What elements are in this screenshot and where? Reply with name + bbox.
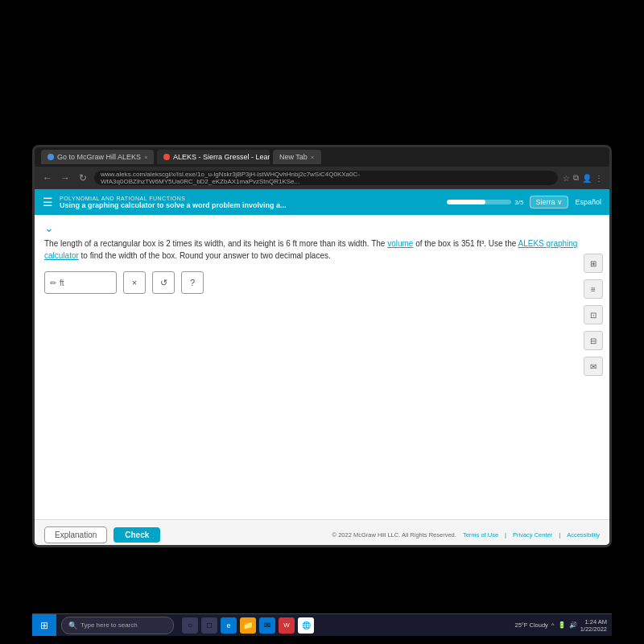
espanol-button[interactable]: Español <box>575 198 601 206</box>
tab-label-mcgraw: Go to McGraw Hill ALEKS <box>57 153 141 161</box>
bottom-area: Explanation Check © 2022 McGraw Hill LLC… <box>35 519 609 547</box>
taskbar-app-icons: ○ □ e 📁 ✉ W 🌐 <box>182 617 314 634</box>
aleks-header-right: 3/5 Sierra ∨ Español <box>447 196 601 208</box>
dropdown-arrow[interactable]: ⌄ <box>44 221 600 234</box>
mail-tool-icon[interactable]: ✉ <box>584 357 603 376</box>
tab-close-newtab[interactable]: × <box>311 154 315 161</box>
browser-toolbar: ← → ↻ www.aleks.com/alekscgi/x/Isl.exe/1… <box>35 167 609 189</box>
tab-newtab[interactable]: New Tab × <box>273 150 321 164</box>
hamburger-menu[interactable]: ☰ <box>43 196 53 208</box>
terms-link[interactable]: Terms of Use <box>463 531 498 539</box>
menu-icon[interactable]: ⋮ <box>595 174 603 183</box>
search-icon: 🔍 <box>68 621 77 630</box>
taskbar-icon-chrome[interactable]: 🌐 <box>298 617 314 634</box>
bottom-buttons: Explanation Check <box>44 526 160 543</box>
address-text: www.aleks.com/alekscgi/x/Isl.exe/1o_u-lg… <box>101 171 551 185</box>
right-tools: ⊞ ≡ ⊡ ⊟ ✉ <box>584 254 603 376</box>
extension-icon[interactable]: ⧉ <box>573 173 579 183</box>
tab-aleks[interactable]: ALEKS - Sierra Gressel - Learn × <box>157 150 270 164</box>
accessibility-link[interactable]: Accessibility <box>567 531 600 539</box>
progress-text: 3/5 <box>514 199 523 206</box>
taskbar: ⊞ 🔍 Type here to search ○ □ e 📁 ✉ W 🌐 25… <box>32 613 612 636</box>
taskbar-separator: ^ <box>551 621 555 629</box>
progress-bar <box>447 200 511 204</box>
input-pencil-icon: ✏ <box>50 279 56 287</box>
calculator-link[interactable]: ALEKS graphing calculator <box>44 239 577 260</box>
answer-area: ✏ ft × ↺ ? <box>44 271 600 294</box>
taskbar-icon-files[interactable]: 📁 <box>240 617 256 634</box>
start-button[interactable]: ⊞ <box>32 614 56 636</box>
answer-input-box[interactable]: ✏ ft <box>44 271 117 294</box>
toolbar-icons: ☆ ⧉ 👤 ⋮ <box>563 173 603 183</box>
battery-icon: 🔋 <box>558 621 566 629</box>
progress-container: 3/5 <box>447 199 523 206</box>
undo-button[interactable]: ↺ <box>152 271 175 294</box>
taskbar-time: 1:24 AM 1/22/2022 <box>580 618 607 633</box>
taskbar-icon-mail[interactable]: ✉ <box>259 617 275 634</box>
browser-chrome: Go to McGraw Hill ALEKS × ALEKS - Sierra… <box>35 147 609 189</box>
aleks-content: ☰ POLYNOMIAL AND RATIONAL FUNCTIONS Usin… <box>35 189 609 547</box>
input-unit: ft <box>60 279 64 287</box>
time-display: 1:24 AM <box>580 618 607 625</box>
tab-icon-aleks <box>163 154 170 160</box>
address-bar[interactable]: www.aleks.com/alekscgi/x/Isl.exe/1o_u-lg… <box>94 171 558 185</box>
copyright-text: © 2022 McGraw Hill LLC. All Rights Reser… <box>332 531 456 539</box>
refresh-button[interactable]: ↻ <box>76 171 89 184</box>
taskbar-icon-edge[interactable]: e <box>221 617 237 634</box>
user-name: Sierra <box>535 198 555 206</box>
windows-icon: ⊞ <box>40 620 48 631</box>
back-button[interactable]: ← <box>41 171 54 184</box>
footer-area: © 2022 McGraw Hill LLC. All Rights Reser… <box>332 531 600 539</box>
progress-fill <box>447 200 485 204</box>
footer-separator2: | <box>559 531 560 539</box>
footer-links: © 2022 McGraw Hill LLC. All Rights Reser… <box>332 531 600 539</box>
date-display: 1/22/2022 <box>580 625 607 633</box>
volume-link[interactable]: volume <box>387 239 413 248</box>
privacy-link[interactable]: Privacy Center <box>513 531 552 539</box>
taskbar-icon-cortana[interactable]: ○ <box>182 617 198 634</box>
tab-label-newtab: New Tab <box>279 153 308 161</box>
problem-title: Using a graphing calculator to solve a w… <box>60 201 287 209</box>
laptop-screen: Go to McGraw Hill ALEKS × ALEKS - Sierra… <box>32 145 612 547</box>
tab-label-aleks: ALEKS - Sierra Gressel - Learn <box>173 153 270 161</box>
explanation-button[interactable]: Explanation <box>44 526 107 543</box>
user-chevron: ∨ <box>557 198 563 206</box>
taskbar-icon-view[interactable]: □ <box>201 617 217 634</box>
forward-button[interactable]: → <box>59 171 72 184</box>
user-button[interactable]: Sierra ∨ <box>530 196 568 208</box>
help-button[interactable]: ? <box>181 271 204 294</box>
volume-icon: 🔊 <box>569 621 577 629</box>
taskbar-icon-office[interactable]: W <box>279 617 295 634</box>
taskbar-search-box[interactable]: 🔍 Type here to search <box>61 617 174 634</box>
search-placeholder: Type here to search <box>80 621 138 629</box>
aleks-header: ☰ POLYNOMIAL AND RATIONAL FUNCTIONS Usin… <box>35 189 609 215</box>
bookmark-icon[interactable]: ☆ <box>563 174 570 183</box>
tab-close-mcgraw[interactable]: × <box>144 154 148 161</box>
tab-icon-mcgraw <box>47 154 54 160</box>
tab-mcgraw[interactable]: Go to McGraw Hill ALEKS × <box>41 150 154 164</box>
problem-area: ⌄ The length of a rectangular box is 2 t… <box>35 215 609 519</box>
aleks-title-area: POLYNOMIAL AND RATIONAL FUNCTIONS Using … <box>60 196 287 209</box>
clear-button[interactable]: × <box>123 271 146 294</box>
browser-tabs: Go to McGraw Hill ALEKS × ALEKS - Sierra… <box>35 147 609 167</box>
taskbar-weather: 25°F Cloudy <box>515 621 548 629</box>
minus-tool-icon[interactable]: ⊟ <box>584 331 603 350</box>
footer-separator1: | <box>505 531 506 539</box>
taskbar-right: 25°F Cloudy ^ 🔋 🔊 1:24 AM 1/22/2022 <box>515 618 613 633</box>
check-button[interactable]: Check <box>114 527 160 543</box>
profile-icon[interactable]: 👤 <box>582 174 592 183</box>
table-tool-icon[interactable]: ⊡ <box>584 305 603 324</box>
section-label: POLYNOMIAL AND RATIONAL FUNCTIONS <box>60 196 287 201</box>
aleks-header-left: ☰ POLYNOMIAL AND RATIONAL FUNCTIONS Usin… <box>43 196 287 209</box>
list-tool-icon[interactable]: ≡ <box>584 279 603 299</box>
grid-tool-icon[interactable]: ⊞ <box>584 254 603 273</box>
problem-text: The length of a rectangular box is 2 tim… <box>44 237 600 262</box>
